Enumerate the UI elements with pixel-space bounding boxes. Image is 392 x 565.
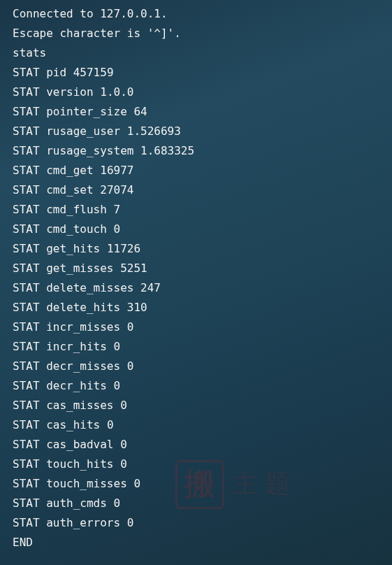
stat-value: 0	[127, 359, 134, 373]
stat-separator	[100, 418, 107, 431]
stat-separator	[133, 281, 140, 294]
stat-key: auth_errors	[46, 516, 120, 529]
stat-prefix: STAT	[13, 242, 46, 255]
stat-prefix: STAT	[13, 164, 46, 177]
stat-line: STAT touch_hits 0	[13, 455, 392, 474]
stat-separator	[120, 359, 127, 373]
stat-prefix: STAT	[13, 203, 46, 216]
stat-value: 0	[133, 477, 140, 490]
stat-prefix: STAT	[13, 105, 46, 118]
stat-prefix: STAT	[13, 222, 46, 236]
stat-prefix: STAT	[13, 85, 46, 99]
stat-separator	[120, 301, 127, 314]
stat-prefix: STAT	[13, 477, 46, 490]
stat-line: STAT cas_badval 0	[13, 435, 392, 455]
stat-value: 1.526693	[127, 124, 181, 138]
stat-line: STAT get_hits 11726	[13, 239, 392, 259]
stat-value: 0	[114, 379, 121, 392]
stat-key: cas_misses	[46, 399, 113, 412]
stat-line: STAT delete_misses 247	[13, 278, 392, 298]
stat-key: cmd_flush	[46, 203, 107, 216]
stat-prefix: STAT	[13, 379, 46, 392]
stat-key: decr_misses	[46, 359, 120, 373]
stat-value: 0	[127, 320, 134, 334]
stat-separator	[120, 516, 127, 529]
stat-value: 0	[120, 399, 127, 412]
stat-line: STAT cmd_flush 7	[13, 200, 392, 220]
connected-line: Connected to 127.0.0.1.	[13, 4, 392, 24]
stat-separator	[114, 438, 121, 451]
stat-key: pointer_size	[46, 105, 127, 118]
stat-value: 0	[120, 438, 127, 451]
stat-separator	[107, 340, 114, 353]
stat-value: 310	[127, 301, 147, 314]
stat-value: 0	[120, 457, 127, 471]
stat-value: 5251	[120, 262, 147, 275]
stat-prefix: STAT	[13, 418, 46, 431]
stat-separator	[94, 164, 101, 177]
stat-value: 1.0.0	[100, 85, 133, 99]
stat-separator	[107, 379, 114, 392]
stat-separator	[107, 203, 114, 216]
stat-prefix: STAT	[13, 516, 46, 529]
stat-key: rusage_user	[46, 124, 120, 138]
stat-line: STAT cas_hits 0	[13, 415, 392, 435]
stat-prefix: STAT	[13, 301, 46, 314]
stat-line: STAT cmd_set 27074	[13, 180, 392, 200]
stat-key: cmd_touch	[46, 222, 107, 236]
stat-separator	[127, 105, 134, 118]
stat-separator	[120, 124, 127, 138]
stat-line: STAT cmd_touch 0	[13, 220, 392, 239]
stat-line: STAT rusage_user 1.526693	[13, 122, 392, 141]
stat-prefix: STAT	[13, 262, 46, 275]
stat-key: get_hits	[46, 242, 100, 255]
stat-key: incr_hits	[46, 340, 107, 353]
stat-line: STAT rusage_system 1.683325	[13, 141, 392, 161]
stat-key: cas_badval	[46, 438, 113, 451]
stat-separator	[114, 399, 121, 412]
stat-separator	[107, 222, 114, 236]
stat-line: STAT auth_errors 0	[13, 513, 392, 533]
escape-line: Escape character is '^]'.	[13, 24, 392, 43]
stat-line: STAT decr_hits 0	[13, 376, 392, 396]
stat-prefix: STAT	[13, 340, 46, 353]
stat-key: rusage_system	[46, 144, 133, 157]
stat-line: STAT get_misses 5251	[13, 259, 392, 278]
stat-prefix: STAT	[13, 457, 46, 471]
stat-value: 0	[107, 418, 114, 431]
stat-separator	[66, 66, 73, 79]
stat-value: 247	[140, 281, 161, 294]
stat-value: 457159	[73, 66, 114, 79]
stat-separator	[127, 477, 134, 490]
stat-line: STAT incr_misses 0	[13, 317, 392, 337]
stat-line: STAT pid 457159	[13, 63, 392, 83]
stat-separator	[133, 144, 140, 157]
stat-prefix: STAT	[13, 399, 46, 412]
stat-key: cmd_set	[46, 183, 93, 196]
stat-prefix: STAT	[13, 66, 46, 79]
stat-key: touch_misses	[46, 477, 127, 490]
stat-line: STAT touch_misses 0	[13, 474, 392, 494]
stat-line: STAT incr_hits 0	[13, 337, 392, 357]
stat-prefix: STAT	[13, 124, 46, 138]
stat-value: 0	[114, 222, 121, 236]
stat-prefix: STAT	[13, 320, 46, 334]
stat-prefix: STAT	[13, 438, 46, 451]
stat-value: 1.683325	[140, 144, 194, 157]
stat-line: STAT cas_misses 0	[13, 396, 392, 415]
stat-key: decr_hits	[46, 379, 107, 392]
stat-key: pid	[46, 66, 66, 79]
stat-key: get_misses	[46, 262, 113, 275]
stat-prefix: STAT	[13, 183, 46, 196]
stat-line: STAT version 1.0.0	[13, 83, 392, 102]
stat-line: STAT cmd_get 16977	[13, 161, 392, 180]
stat-line: STAT pointer_size 64	[13, 102, 392, 122]
stat-value: 27074	[100, 183, 133, 196]
stat-value: 7	[114, 203, 121, 216]
stat-prefix: STAT	[13, 496, 46, 510]
stat-line: STAT auth_cmds 0	[13, 494, 392, 513]
stat-separator	[114, 262, 121, 275]
stat-key: touch_hits	[46, 457, 113, 471]
stat-line: STAT delete_hits 310	[13, 298, 392, 317]
stat-separator	[114, 457, 121, 471]
